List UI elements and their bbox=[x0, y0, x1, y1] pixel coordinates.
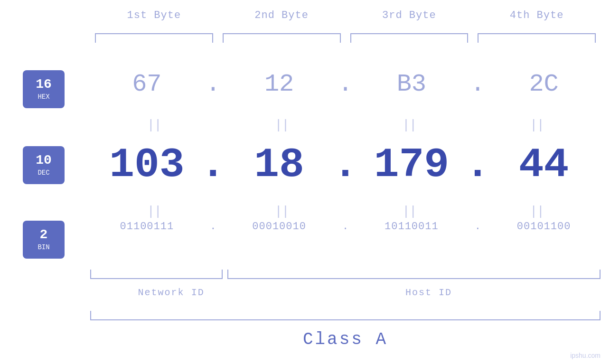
bin-row: 01100111 . 00010010 . 10110011 . 0010110… bbox=[90, 221, 601, 233]
bracket-top-4 bbox=[478, 33, 596, 43]
dec-badge-number: 10 bbox=[36, 154, 52, 167]
byte2-header: 2nd Byte bbox=[218, 9, 346, 21]
bin-b3: 10110011 bbox=[385, 221, 439, 233]
dec-b4: 44 bbox=[519, 141, 569, 188]
bin-col-2: 00010010 bbox=[223, 221, 336, 233]
dec-col-1: 103 bbox=[90, 141, 204, 188]
hex-col-3: B3 bbox=[355, 70, 469, 98]
bin-col-1: 01100111 bbox=[90, 221, 204, 233]
dec-row: 103 . 18 . 179 . 44 bbox=[90, 141, 601, 188]
top-brackets bbox=[90, 33, 601, 43]
byte4-header: 4th Byte bbox=[473, 9, 601, 21]
dec-dot-2: . bbox=[336, 141, 355, 188]
bottom-brackets bbox=[90, 270, 601, 279]
hex-b2: 12 bbox=[264, 70, 294, 98]
dec-b2: 18 bbox=[254, 141, 304, 188]
dec-badge-label: DEC bbox=[38, 169, 49, 177]
byte3-header: 3rd Byte bbox=[346, 9, 473, 21]
hex-dot-1: . bbox=[204, 70, 223, 98]
hex-dot-2: . bbox=[336, 70, 355, 98]
bracket-host bbox=[227, 270, 601, 279]
bin-dot-3: . bbox=[468, 221, 487, 233]
hex-badge: 16 HEX bbox=[23, 70, 65, 108]
equals-row-1: || || || || bbox=[90, 118, 601, 132]
byte1-header: 1st Byte bbox=[90, 9, 218, 21]
bin-b2: 00010010 bbox=[252, 221, 306, 233]
hex-dot-3: . bbox=[468, 70, 487, 98]
dec-badge: 10 DEC bbox=[23, 146, 65, 184]
dec-dot-3: . bbox=[468, 141, 487, 188]
network-id-label: Network ID bbox=[90, 287, 252, 298]
bin-dot-2: . bbox=[336, 221, 355, 233]
bracket-top-3 bbox=[350, 33, 469, 43]
class-a-label: Class A bbox=[90, 330, 601, 349]
bracket-top-1 bbox=[95, 33, 213, 43]
bin-badge: 2 BIN bbox=[23, 221, 65, 259]
hex-col-4: 2C bbox=[487, 70, 601, 98]
hex-badge-label: HEX bbox=[38, 93, 49, 101]
equals-2-b2: || bbox=[218, 204, 346, 219]
dec-col-3: 179 bbox=[355, 141, 469, 188]
dec-col-4: 44 bbox=[487, 141, 601, 188]
bracket-network bbox=[90, 270, 223, 279]
bin-badge-number: 2 bbox=[40, 228, 48, 242]
dec-b1: 103 bbox=[109, 141, 184, 188]
equals-2-b1: || bbox=[90, 204, 218, 219]
bin-badge-label: BIN bbox=[38, 243, 49, 251]
dec-col-2: 18 bbox=[223, 141, 336, 188]
equals-1-b3: || bbox=[346, 118, 473, 132]
equals-1-b4: || bbox=[473, 118, 601, 132]
dec-dot-1: . bbox=[204, 141, 223, 188]
class-bracket bbox=[90, 311, 601, 320]
equals-2-b4: || bbox=[473, 204, 601, 219]
bin-col-3: 10110011 bbox=[355, 221, 469, 233]
hex-col-2: 12 bbox=[223, 70, 336, 98]
hex-b1: 67 bbox=[132, 70, 161, 98]
bin-dot-1: . bbox=[204, 221, 223, 233]
hex-col-1: 67 bbox=[90, 70, 204, 98]
dec-b3: 179 bbox=[374, 141, 449, 188]
bracket-top-2 bbox=[223, 33, 341, 43]
watermark: ipshu.com bbox=[570, 352, 601, 359]
host-id-label: Host ID bbox=[257, 287, 601, 298]
equals-2-b3: || bbox=[346, 204, 473, 219]
bin-b1: 01100111 bbox=[120, 221, 174, 233]
equals-1-b1: || bbox=[90, 118, 218, 132]
hex-b4: 2C bbox=[529, 70, 558, 98]
hex-badge-number: 16 bbox=[36, 78, 52, 91]
bin-b4: 00101100 bbox=[517, 221, 571, 233]
equals-1-b2: || bbox=[218, 118, 346, 132]
hex-row: 67 . 12 . B3 . 2C bbox=[90, 70, 601, 98]
equals-row-2: || || || || bbox=[90, 204, 601, 219]
bin-col-4: 00101100 bbox=[487, 221, 601, 233]
hex-b3: B3 bbox=[397, 70, 426, 98]
byte-headers: 1st Byte 2nd Byte 3rd Byte 4th Byte bbox=[90, 9, 601, 21]
